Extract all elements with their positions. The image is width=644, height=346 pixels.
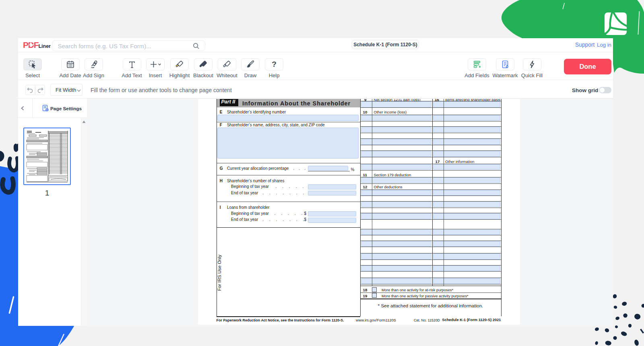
svg-text:?: ? — [272, 60, 277, 68]
